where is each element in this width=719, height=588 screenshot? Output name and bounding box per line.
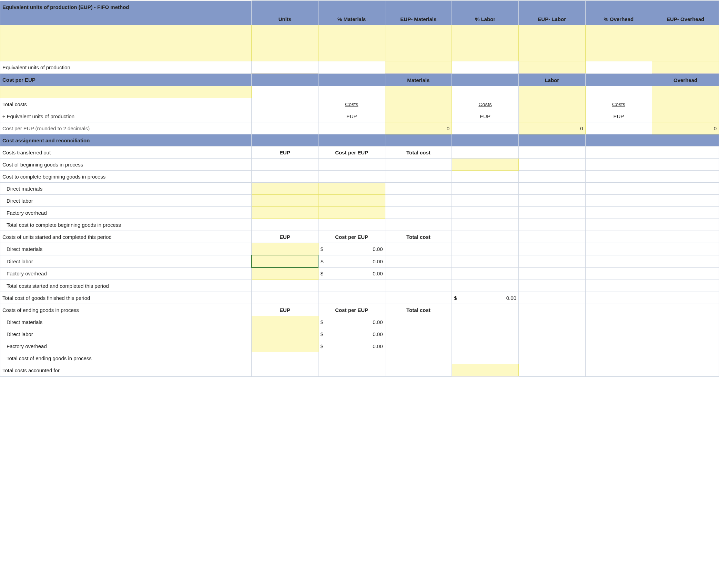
col-cpe: Cost per EUP <box>318 231 385 243</box>
col-pct-overhead: % Overhead <box>585 13 652 25</box>
col-materials: Materials <box>385 74 452 86</box>
input-cell[interactable] <box>252 25 318 37</box>
input-cell[interactable] <box>318 49 385 61</box>
input-cell[interactable] <box>252 49 318 61</box>
table-row: Total costs accounted for <box>0 364 719 377</box>
total-started-completed-label: Total costs started and completed this p… <box>0 280 252 292</box>
table-row: Factory overhead $0.00 <box>0 340 719 352</box>
table-row: Cost assignment and reconciliation <box>0 134 719 146</box>
input-cell[interactable] <box>252 255 318 267</box>
table-row <box>0 37 719 49</box>
table-row: Cost per EUP (rounded to 2 decimals) 0 0… <box>0 122 719 134</box>
table-row: Factory overhead $0.00 <box>0 267 719 280</box>
input-cell[interactable] <box>385 37 452 49</box>
input-cell[interactable] <box>452 25 519 37</box>
input-cell[interactable] <box>0 86 252 98</box>
input-cell[interactable] <box>385 25 452 37</box>
input-cell[interactable] <box>252 207 318 219</box>
input-cell[interactable] <box>252 183 318 195</box>
table-row: Direct materials $0.00 <box>0 316 719 328</box>
table-row: ÷ Equivalent units of production EUP EUP… <box>0 110 719 122</box>
input-cell[interactable] <box>452 159 519 171</box>
dm-label: Direct materials <box>0 243 252 255</box>
calc-cell <box>452 364 519 377</box>
table-row: Costs of units started and completed thi… <box>0 231 719 243</box>
eup-label: EUP <box>318 110 385 122</box>
input-cell[interactable] <box>518 49 585 61</box>
foh-label: Factory overhead <box>0 267 252 280</box>
input-cell[interactable] <box>652 86 719 98</box>
foh-label: Factory overhead <box>0 207 252 219</box>
input-cell[interactable] <box>0 37 252 49</box>
input-cell[interactable] <box>652 49 719 61</box>
input-cell[interactable] <box>318 25 385 37</box>
input-cell[interactable] <box>0 49 252 61</box>
input-cell[interactable] <box>585 49 652 61</box>
input-cell[interactable] <box>652 37 719 49</box>
input-cell[interactable] <box>652 98 719 110</box>
calc-cell: $0.00 <box>318 328 385 340</box>
table-row: Factory overhead <box>0 207 719 219</box>
table-row: Cost of beginning goods in process <box>0 159 719 171</box>
total-finished-label: Total cost of goods finished this period <box>0 292 252 304</box>
col-total-cost: Total cost <box>385 304 452 316</box>
input-cell[interactable] <box>252 267 318 280</box>
input-cell[interactable] <box>452 37 519 49</box>
calc-cell: 0 <box>518 122 585 134</box>
input-cell[interactable] <box>652 110 719 122</box>
input-cell[interactable] <box>518 86 585 98</box>
table-row: Direct materials $0.00 <box>0 243 719 255</box>
total-accounted-label: Total costs accounted for <box>0 364 252 377</box>
beg-gip-label: Cost of beginning goods in process <box>0 159 252 171</box>
col-total-cost: Total cost <box>385 146 452 159</box>
started-completed-label: Costs of units started and completed thi… <box>0 231 252 243</box>
input-cell[interactable] <box>252 195 318 207</box>
costs-label: Costs <box>452 98 519 110</box>
ending-gip-label: Costs of ending goods in process <box>0 304 252 316</box>
table-row: Total costs started and completed this p… <box>0 280 719 292</box>
total-ending-label: Total cost of ending goods in process <box>0 352 252 364</box>
col-eup-labor: EUP- Labor <box>518 13 585 25</box>
input-cell[interactable] <box>518 98 585 110</box>
table-row: Direct materials <box>0 183 719 195</box>
input-cell[interactable] <box>318 195 385 207</box>
table-row: Total cost of goods finished this period… <box>0 292 719 304</box>
eup-label: EUP <box>452 110 519 122</box>
input-cell[interactable] <box>518 37 585 49</box>
input-cell[interactable] <box>518 25 585 37</box>
col-units: Units <box>252 13 318 25</box>
section1-title: Equivalent units of production (EUP) - F… <box>0 1 252 13</box>
input-cell[interactable] <box>252 328 318 340</box>
foh-label: Factory overhead <box>0 340 252 352</box>
input-cell[interactable] <box>252 243 318 255</box>
input-cell[interactable] <box>318 183 385 195</box>
input-cell[interactable] <box>0 25 252 37</box>
col-cpe: Cost per EUP <box>318 304 385 316</box>
col-total-cost: Total cost <box>385 231 452 243</box>
input-cell[interactable] <box>385 110 452 122</box>
col-eup-overhead: EUP- Overhead <box>652 13 719 25</box>
input-cell[interactable] <box>585 37 652 49</box>
input-cell[interactable] <box>585 25 652 37</box>
calc-cell: $0.00 <box>452 292 519 304</box>
input-cell[interactable] <box>385 86 452 98</box>
table-row: Equivalent units of production (EUP) - F… <box>0 1 719 13</box>
input-cell[interactable] <box>318 37 385 49</box>
dl-label: Direct labor <box>0 328 252 340</box>
input-cell[interactable] <box>385 49 452 61</box>
input-cell[interactable] <box>252 316 318 328</box>
dm-label: Direct materials <box>0 183 252 195</box>
input-cell[interactable] <box>252 340 318 352</box>
input-cell[interactable] <box>318 207 385 219</box>
input-cell[interactable] <box>452 49 519 61</box>
input-cell[interactable] <box>652 25 719 37</box>
col-pct-labor: % Labor <box>452 13 519 25</box>
table-row: Cost per EUP Materials Labor Overhead <box>0 74 719 86</box>
table-row: Total cost of ending goods in process <box>0 352 719 364</box>
input-cell[interactable] <box>252 37 318 49</box>
calc-cell <box>252 61 318 74</box>
input-cell[interactable] <box>518 110 585 122</box>
input-cell[interactable] <box>385 98 452 110</box>
col-eup-materials: EUP- Materials <box>385 13 452 25</box>
total-costs-label: Total costs <box>0 98 252 110</box>
